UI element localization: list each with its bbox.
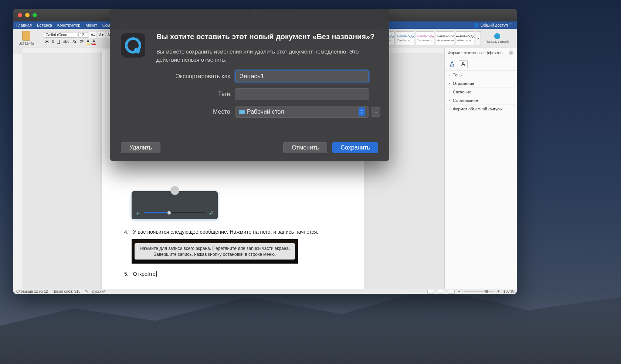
style-gallery: АаБбВвГгДдВыделенн... АаБбВвГгДдСлабая с… [376,31,481,45]
style-gallery-more[interactable]: ▸ [476,31,481,45]
font-size-select[interactable]: 12 [78,32,88,38]
tab-insert[interactable]: Вставка [37,23,52,27]
status-bar: Страница 12 из 12 Число слов: 913 ✎ русс… [13,289,517,294]
view-mode-print[interactable] [438,290,444,293]
volume-low-icon: 🔈 [136,211,140,215]
zoom-window-button[interactable] [33,13,37,17]
list-number: 5. [124,271,129,277]
increase-font-icon[interactable]: A▴ [89,32,96,38]
vertical-ruler[interactable] [13,54,23,289]
dialog-heading: Вы хотите оставить этот новый документ «… [156,32,378,42]
style-option[interactable]: АаБбВвГгДдНазвание кн... [436,31,454,45]
bold-button[interactable]: Ж [44,39,50,44]
tags-input[interactable] [235,88,369,100]
subscript-button[interactable]: X₂ [71,39,78,44]
tab-design[interactable]: Конструктор [57,23,81,27]
dialog-subtext: Вы можете сохранить изменения или удалит… [156,48,378,64]
style-option[interactable]: АаБбВвГгДдСлабая сс... [396,31,414,45]
zoom-slider[interactable] [464,291,494,292]
record-button-icon [170,186,179,195]
tab-layout[interactable]: Макет [85,23,97,27]
clipboard-icon [22,31,30,41]
word-count[interactable]: Число слов: 913 [52,289,81,293]
font-name-select[interactable]: Calibri (Осно [44,32,77,38]
list-text: Откройте [133,271,157,277]
export-as-label: Экспортировать как: [176,73,235,80]
close-window-button[interactable] [18,13,22,17]
tags-label: Теги: [218,91,235,97]
format-effects-panel: Формат текстовых эффектов ✕ A A Тень Отр… [444,48,517,289]
zoom-out-button[interactable]: − [458,289,461,293]
volume-high-icon: 🔊 [209,211,213,215]
screenshot-quicktime-panel: 🔈 🔊 [132,191,218,219]
location-select[interactable]: Рабочий стол ▴▾ [235,106,369,118]
decrease-font-icon[interactable]: A▾ [98,32,105,38]
style-option[interactable]: АаБбВвГгДдАбзац спи... [456,31,474,45]
style-option[interactable]: АаБбВвГгДдСильная сс... [416,31,434,45]
person-icon: 👤 [474,23,479,28]
view-mode-focus[interactable] [427,290,434,293]
quicktime-app-icon [121,33,145,58]
text-fill-tab[interactable]: A [448,60,457,68]
panel-section[interactable]: Свечение [445,88,517,96]
window-controls [18,13,37,17]
highlight-button[interactable]: A [86,39,91,45]
font-color-button[interactable]: A [91,39,96,45]
minimize-window-button[interactable] [25,13,30,17]
screenshot-tooltip: Нажмите для записи всего экрана. Перетян… [132,239,298,264]
chevron-down-icon: ˅ [509,23,512,28]
export-as-input[interactable] [235,71,369,82]
zoom-level[interactable]: 180 % [503,289,514,293]
spellcheck-icon[interactable]: ✎ [85,289,88,293]
styles-pane-button[interactable]: Панель стилей [485,33,509,44]
view-mode-web[interactable] [448,290,455,293]
delete-button[interactable]: Удалить [121,142,160,153]
location-stepper-icon: ▴▾ [359,107,365,116]
panel-section[interactable]: Отражение [445,79,517,88]
save-button[interactable]: Сохранить [332,142,378,153]
underline-button[interactable]: Ч [56,39,61,44]
styles-pane-icon [494,33,500,39]
superscript-button[interactable]: X² [79,39,85,44]
page-indicator[interactable]: Страница 12 из 12 [16,289,48,293]
volume-slider-track [144,212,205,213]
text-effects-tab[interactable]: A [459,60,468,68]
close-panel-button[interactable]: ✕ [509,50,514,55]
list-text: У вас появится следующее сообщение. Нажм… [133,229,319,235]
panel-section[interactable]: Сглаживание [445,96,517,105]
cancel-button[interactable]: Отменить [283,142,327,153]
folder-icon [239,110,245,114]
text-caret [156,271,157,277]
italic-button[interactable]: К [51,39,55,44]
paste-button[interactable]: Вставить [16,30,36,46]
language-indicator[interactable]: русский [92,289,106,293]
save-sheet-dialog: Вы хотите оставить этот новый документ «… [110,9,389,161]
panel-section[interactable]: Тень [445,71,517,79]
panel-title: Формат текстовых эффектов [448,51,503,55]
expand-location-button[interactable]: ⌄ [371,107,380,117]
strike-button[interactable]: abc [62,39,70,44]
tab-home[interactable]: Главная [16,23,32,27]
share-button[interactable]: 👤 Общий доступ ˅ [474,23,514,28]
list-number: 4. [124,229,129,235]
zoom-in-button[interactable]: + [498,289,500,293]
panel-section[interactable]: Формат объемной фигуры [445,105,517,113]
location-label: Место: [213,109,235,115]
